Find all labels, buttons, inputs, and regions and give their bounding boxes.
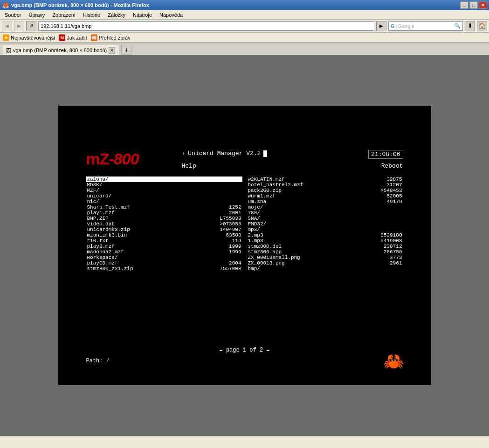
menu-historie[interactable]: Historie bbox=[80, 11, 103, 19]
file-entry[interactable]: ZX_00013.png 2961 bbox=[247, 260, 403, 266]
menu-soubor[interactable]: Soubor bbox=[2, 11, 24, 19]
file-name: BMP.ZIP bbox=[87, 216, 109, 221]
file-name: Sharp_Test.mzf bbox=[87, 204, 130, 210]
file-name: nic/ bbox=[87, 199, 99, 204]
file-name: hotel_nastrel2.mzf bbox=[248, 182, 303, 188]
menu-nastroje[interactable]: Nástroje bbox=[130, 11, 155, 19]
file-entry[interactable]: stmz800.del 230712 bbox=[247, 244, 403, 249]
file-name: 780/ bbox=[248, 210, 260, 216]
go-button[interactable]: ▶ bbox=[376, 21, 386, 31]
tab-close-button[interactable]: ✕ bbox=[109, 47, 115, 54]
minimize-button[interactable]: _ bbox=[460, 1, 468, 9]
bookmark-icon-m: M bbox=[59, 34, 65, 41]
file-entry[interactable]: play2.mzf 1999 bbox=[86, 244, 242, 249]
file-name: mzuniimk3.bin bbox=[87, 232, 127, 238]
file-entry[interactable]: play1.mzf 2001 bbox=[86, 210, 242, 216]
file-entry[interactable]: 780/ bbox=[247, 210, 403, 216]
menu-upravy[interactable]: Úpravy bbox=[26, 11, 48, 19]
file-entry[interactable]: workspace/ bbox=[86, 255, 242, 260]
file-entry[interactable]: r10.txt 119 bbox=[86, 238, 242, 244]
menu-napoveda[interactable]: Nápověda bbox=[157, 11, 186, 19]
file-name: 2.mp3 bbox=[248, 232, 263, 238]
file-size: 8539180 bbox=[380, 232, 402, 238]
help-text: Help bbox=[182, 163, 196, 170]
file-size: 2961 bbox=[390, 260, 402, 266]
bookmark-icon-star: ★ bbox=[3, 34, 9, 41]
file-entry[interactable]: mzuniimk3.bin 63580 bbox=[86, 232, 242, 238]
file-entry[interactable]: nic/ bbox=[86, 199, 242, 204]
file-size: 2004 bbox=[229, 260, 241, 266]
file-name: MDSK/ bbox=[87, 182, 103, 188]
file-entry[interactable]: 1.mp3 5419008 bbox=[247, 238, 403, 244]
file-entry[interactable]: mp3/ bbox=[247, 227, 403, 232]
tab-icon: 🖼 bbox=[6, 48, 11, 53]
file-entry[interactable]: BMP.ZIP L755033 bbox=[86, 216, 242, 221]
menu-zalozky[interactable]: Záložky bbox=[105, 11, 128, 19]
file-entry[interactable]: PMD32/ bbox=[247, 221, 403, 227]
file-entry[interactable]: moje/ bbox=[247, 204, 403, 210]
address-text: 192.168.1.11/vga.bmp bbox=[41, 23, 91, 29]
file-name: unicard/ bbox=[87, 193, 112, 199]
bookmark-label-2: Přehled zpráv bbox=[99, 35, 131, 41]
menu-bar: Soubor Úpravy Zobrazení Historie Záložky… bbox=[0, 10, 489, 20]
file-name: stmz800.del bbox=[248, 244, 282, 249]
forward-button[interactable]: ▶ bbox=[14, 21, 24, 31]
reload-button[interactable]: ↺ bbox=[26, 21, 36, 31]
close-button[interactable]: ✕ bbox=[479, 1, 487, 9]
tabs-bar: 🖼 vga.bmp (BMP obrázek, 800 × 600 bodů) … bbox=[0, 43, 489, 55]
file-entry[interactable]: 2.mp3 8539180 bbox=[247, 232, 403, 238]
menu-zobrazeni[interactable]: Zobrazení bbox=[49, 11, 78, 19]
file-size: 1999 bbox=[229, 249, 241, 255]
file-entry[interactable]: hotel_nastrel2.mzf 31207 bbox=[247, 182, 403, 188]
bookmark-news[interactable]: 📰 Přehled zpráv bbox=[91, 34, 131, 41]
home-button[interactable]: 🏠 bbox=[477, 21, 487, 31]
file-name: video.dat bbox=[87, 221, 115, 227]
file-entry[interactable]: playCD.mzf 2004 bbox=[86, 260, 242, 266]
file-size: 119 bbox=[232, 238, 241, 244]
file-entry-selected[interactable]: zaloha/ bbox=[86, 176, 242, 182]
search-engine-icon: G bbox=[391, 23, 395, 29]
file-name: pack2GB.zip bbox=[248, 188, 282, 193]
file-entry[interactable]: madonna2.mzf 1999 bbox=[86, 249, 242, 255]
file-entry[interactable]: video.dat >073056 bbox=[86, 221, 242, 227]
bookmark-icon-news: 📰 bbox=[91, 34, 97, 41]
file-entry[interactable]: ZX_00013small.png 3773 bbox=[247, 255, 403, 260]
new-tab-button[interactable]: + bbox=[121, 45, 131, 55]
file-entry[interactable]: Sharp_Test.mzf 1252 bbox=[86, 204, 242, 210]
download-button[interactable]: ⬇ bbox=[465, 21, 475, 31]
bookmark-most-visited[interactable]: ★ Nejnavštěvovanější bbox=[3, 34, 55, 41]
file-size: >548453 bbox=[380, 188, 402, 193]
file-entry[interactable]: unicard/ bbox=[86, 193, 242, 199]
file-entry[interactable]: um.sna 49179 bbox=[247, 199, 403, 204]
search-icon[interactable]: 🔍 bbox=[454, 23, 461, 29]
maximize-button[interactable]: □ bbox=[469, 1, 478, 9]
file-size: 5419008 bbox=[380, 238, 402, 244]
file-entry[interactable]: MDSK/ bbox=[86, 182, 242, 188]
file-name: playCD.mzf bbox=[87, 260, 118, 266]
file-entry[interactable]: bmp/ bbox=[247, 266, 403, 272]
file-entry[interactable]: wurm1.mzf 52005 bbox=[247, 193, 403, 199]
file-entry[interactable]: unicardmk3.zip 1404907 bbox=[86, 227, 242, 232]
file-entry[interactable]: MZF/ bbox=[86, 188, 242, 193]
search-divider: | bbox=[396, 23, 397, 29]
nav-bar: ◀ ▶ ↺ 192.168.1.11/vga.bmp ▶ G | Google … bbox=[0, 20, 489, 33]
file-size: 1404907 bbox=[220, 227, 241, 232]
tab-active[interactable]: 🖼 vga.bmp (BMP obrázek, 800 × 600 bodů) … bbox=[2, 45, 119, 55]
status-bar bbox=[0, 436, 489, 448]
address-bar[interactable]: 192.168.1.11/vga.bmp bbox=[38, 21, 374, 31]
file-entry[interactable]: SNA/ bbox=[247, 216, 403, 221]
file-size: 1252 bbox=[229, 204, 241, 210]
file-entry[interactable]: stmz800.app 286756 bbox=[247, 249, 403, 255]
arrow-icon: › bbox=[182, 150, 186, 157]
content-area: mZ-800 › Unicard Manager V2.2 21:08:06 H… bbox=[0, 55, 489, 436]
search-input[interactable]: Google bbox=[398, 23, 453, 29]
file-name: PMD32/ bbox=[248, 221, 267, 227]
file-entry[interactable]: w2KLATIN.mzf 32875 bbox=[247, 176, 403, 182]
file-entry[interactable]: stmz800_zx1.zip 7557008 bbox=[86, 266, 242, 272]
file-entry[interactable]: pack2GB.zip >548453 bbox=[247, 188, 403, 193]
file-name: workspace/ bbox=[87, 255, 118, 260]
file-size: L755033 bbox=[220, 216, 241, 221]
file-size: 2001 bbox=[229, 210, 241, 216]
bookmark-jak-zacit[interactable]: M Jak začít bbox=[59, 34, 87, 41]
back-button[interactable]: ◀ bbox=[2, 21, 12, 31]
